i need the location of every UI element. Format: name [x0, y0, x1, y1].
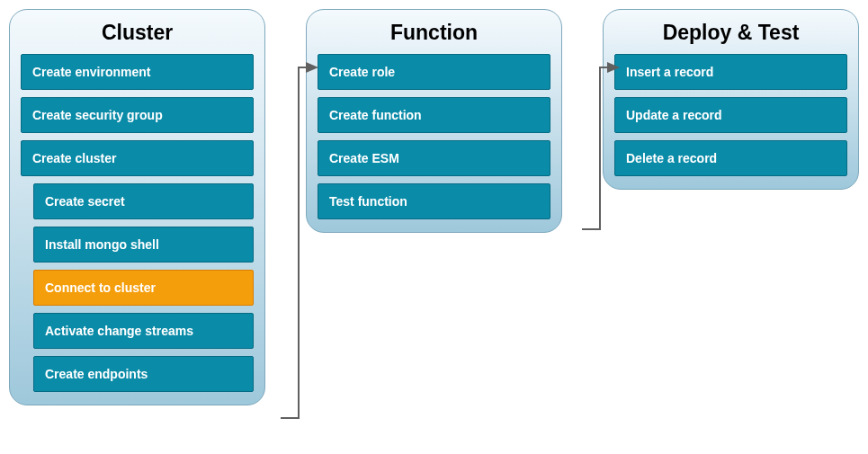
step-create-environment: Create environment — [21, 54, 254, 90]
step-create-cluster: Create cluster — [21, 140, 254, 176]
step-update-record: Update a record — [614, 97, 847, 133]
step-delete-record: Delete a record — [614, 140, 847, 176]
step-activate-change-streams: Activate change streams — [33, 313, 254, 349]
step-insert-record: Insert a record — [614, 54, 847, 90]
step-connect-to-cluster: Connect to cluster — [33, 270, 254, 306]
panel-title-function: Function — [318, 19, 550, 45]
step-create-security-group: Create security group — [21, 97, 254, 133]
panel-cluster: Cluster Create environment Create securi… — [9, 9, 265, 405]
panel-deploy-test: Deploy & Test Insert a record Update a r… — [603, 9, 859, 190]
step-test-function: Test function — [318, 183, 550, 219]
step-create-secret: Create secret — [33, 183, 254, 219]
panel-title-deploy-test: Deploy & Test — [614, 19, 847, 45]
panel-title-cluster: Cluster — [21, 19, 254, 45]
step-create-endpoints: Create endpoints — [33, 356, 254, 392]
step-create-esm: Create ESM — [318, 140, 550, 176]
step-install-mongo-shell: Install mongo shell — [33, 227, 254, 263]
step-create-function: Create function — [318, 97, 550, 133]
step-create-role: Create role — [318, 54, 550, 90]
panel-function: Function Create role Create function Cre… — [306, 9, 562, 233]
diagram-container: Cluster Create environment Create securi… — [9, 9, 859, 405]
